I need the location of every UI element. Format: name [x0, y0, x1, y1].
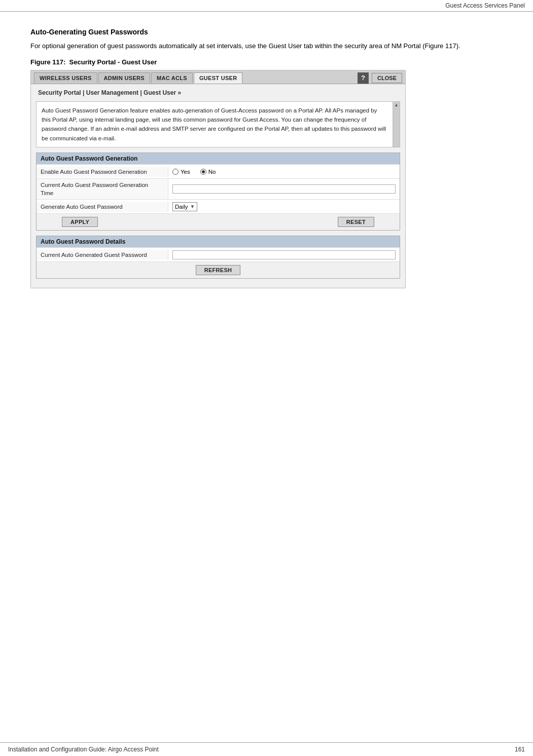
page-footer: Installation and Configuration Guide: Ai…	[0, 742, 533, 756]
select-arrow-icon: ▼	[190, 204, 195, 209]
radio-group-enable: Yes No	[172, 169, 216, 175]
tab-bar: WIRELESS USERS ADMIN USERS MAC ACLs GUES…	[31, 70, 405, 84]
scroll-up-arrow[interactable]: ▲	[394, 103, 399, 107]
refresh-button[interactable]: REFRESH	[196, 265, 241, 275]
input-current-password[interactable]	[172, 250, 396, 259]
footer-right: 161	[515, 746, 525, 753]
info-box: Auto Guest Password Generation feature e…	[36, 101, 400, 148]
form-row-current-time: Current Auto Guest Password GenerationTi…	[37, 178, 400, 199]
section-intro: For optional generation of guest passwor…	[30, 41, 503, 51]
select-frequency[interactable]: Daily ▼	[172, 202, 197, 211]
section1-block: Auto Guest Password Generation Enable Au…	[36, 153, 400, 231]
help-button[interactable]: ?	[358, 72, 369, 84]
header-title: Guest Access Services Panel	[445, 2, 525, 9]
scrollbar[interactable]: ▲	[393, 102, 400, 147]
section2-block: Auto Guest Password Details Current Auto…	[36, 236, 400, 279]
main-content: Auto-Generating Guest Passwords For opti…	[0, 12, 533, 319]
label-enable: Enable Auto Guest Password Generation	[37, 167, 168, 177]
section-heading: Auto-Generating Guest Passwords	[30, 28, 503, 36]
label-current-password: Current Auto Generated Guest Password	[37, 250, 168, 260]
section1-button-row: APPLY RESET	[37, 213, 400, 230]
footer-left: Installation and Configuration Guide: Ai…	[8, 746, 159, 753]
tab-admin-users[interactable]: ADMIN USERS	[98, 72, 150, 83]
select-value: Daily	[175, 204, 188, 210]
input-current-time[interactable]	[172, 184, 396, 194]
value-generate: Daily ▼	[168, 200, 400, 213]
apply-button[interactable]: APPLY	[62, 217, 98, 227]
tab-guest-user[interactable]: GUEST USER	[194, 72, 243, 84]
page-header: Guest Access Services Panel	[0, 0, 533, 12]
info-text: Auto Guest Password Generation feature e…	[42, 106, 386, 143]
figure-label: Figure 117: Security Portal - Guest User	[30, 58, 503, 66]
section2-title: Auto Guest Password Details	[37, 236, 400, 247]
tab-wireless-users[interactable]: WIRELESS USERS	[34, 72, 97, 83]
label-current-time: Current Auto Guest Password GenerationTi…	[37, 179, 168, 199]
breadcrumb: Security Portal | User Management | Gues…	[36, 88, 400, 97]
close-button[interactable]: CLOSE	[372, 73, 402, 83]
value-current-password	[168, 248, 400, 261]
radio-yes-circle[interactable]	[172, 169, 179, 175]
reset-button[interactable]: RESET	[338, 217, 374, 227]
value-enable: Yes No	[168, 167, 400, 177]
radio-no[interactable]: No	[200, 169, 216, 175]
form-row-current-password: Current Auto Generated Guest Password	[37, 247, 400, 261]
panel-inner: Security Portal | User Management | Gues…	[31, 84, 405, 288]
radio-no-label: No	[208, 169, 216, 175]
section1-title: Auto Guest Password Generation	[37, 153, 400, 164]
value-current-time	[168, 182, 400, 196]
form-row-enable: Enable Auto Guest Password Generation Ye…	[37, 164, 400, 178]
panel-container: WIRELESS USERS ADMIN USERS MAC ACLs GUES…	[30, 70, 406, 289]
section2-button-row: REFRESH	[37, 261, 400, 278]
radio-yes[interactable]: Yes	[172, 169, 190, 175]
radio-yes-label: Yes	[181, 169, 190, 175]
label-generate: Generate Auto Guest Password	[37, 202, 168, 212]
form-row-generate: Generate Auto Guest Password Daily ▼	[37, 199, 400, 213]
tab-mac-acls[interactable]: MAC ACLs	[151, 72, 193, 83]
radio-no-circle[interactable]	[200, 169, 206, 175]
